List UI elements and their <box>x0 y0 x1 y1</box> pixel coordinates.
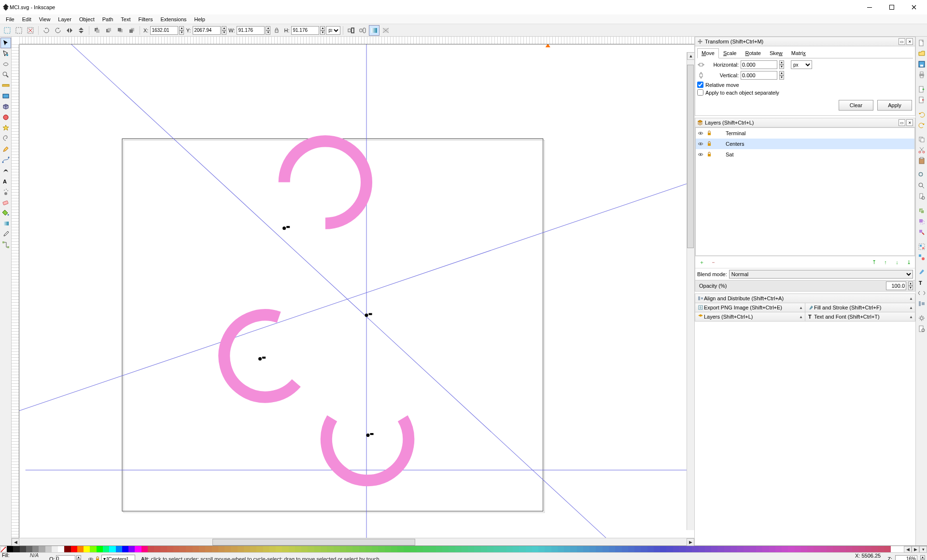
palette-left-icon[interactable]: ◀ <box>904 546 912 553</box>
color-swatch[interactable] <box>801 546 807 552</box>
color-swatch[interactable] <box>775 546 782 552</box>
hscroll-thumb[interactable] <box>212 539 415 546</box>
opacity-input[interactable] <box>886 281 906 290</box>
status-layer-select[interactable]: ▾ [Centers] <box>101 555 135 560</box>
zoom-draw-icon[interactable] <box>916 181 927 191</box>
color-swatch[interactable] <box>858 546 865 552</box>
copy-icon[interactable] <box>916 134 927 145</box>
color-swatch[interactable] <box>423 546 429 552</box>
color-swatch[interactable] <box>551 546 558 552</box>
color-swatch[interactable] <box>583 546 590 552</box>
color-swatch[interactable] <box>103 546 109 552</box>
close-button[interactable] <box>903 0 925 14</box>
unlink-clone-icon[interactable] <box>916 227 927 238</box>
selector-tool-icon[interactable] <box>0 38 11 48</box>
menu-extensions[interactable]: Extensions <box>156 15 190 23</box>
fillstroke-dlg-icon[interactable] <box>916 266 927 277</box>
color-swatch[interactable] <box>717 546 724 552</box>
color-swatch[interactable] <box>327 546 333 552</box>
color-swatch[interactable] <box>225 546 231 552</box>
color-swatch[interactable] <box>519 546 525 552</box>
color-swatch[interactable] <box>90 546 96 552</box>
rotate-cw-icon[interactable] <box>53 25 63 36</box>
save-doc-icon[interactable] <box>916 59 927 70</box>
color-swatch[interactable] <box>686 546 692 552</box>
color-swatch[interactable] <box>455 546 462 552</box>
color-swatch[interactable] <box>372 546 378 552</box>
palette-right-icon[interactable]: ▶ <box>912 546 919 553</box>
layer-down-icon[interactable]: ↓ <box>893 258 901 266</box>
color-swatch[interactable] <box>744 546 750 552</box>
calligraphy-tool-icon[interactable] <box>0 165 11 176</box>
color-swatch[interactable] <box>352 546 359 552</box>
open-doc-icon[interactable] <box>916 48 927 59</box>
layer-row[interactable]: Terminal <box>696 128 914 139</box>
color-swatch[interactable] <box>827 546 833 552</box>
layer-row[interactable]: Sat <box>696 149 914 160</box>
color-swatch[interactable] <box>397 546 404 552</box>
layer-row[interactable]: Centers <box>696 139 914 149</box>
color-swatch[interactable] <box>263 546 269 552</box>
flip-v-icon[interactable] <box>76 25 86 36</box>
close-panel-icon[interactable]: ✕ <box>906 38 913 45</box>
color-swatch[interactable] <box>737 546 743 552</box>
raise-icon[interactable] <box>103 25 114 36</box>
color-swatch[interactable] <box>846 546 852 552</box>
align-collapsed[interactable]: Align and Distribute (Shift+Ctrl+A)▲ <box>695 294 915 303</box>
vscroll-thumb[interactable] <box>687 65 694 248</box>
import-icon[interactable] <box>916 84 927 95</box>
color-swatch[interactable] <box>730 546 737 552</box>
color-swatch[interactable] <box>193 546 199 552</box>
color-swatch[interactable] <box>596 546 602 552</box>
color-swatch[interactable] <box>173 546 180 552</box>
print-icon[interactable] <box>916 70 927 80</box>
color-swatch[interactable] <box>449 546 455 552</box>
gradient-tool-icon[interactable] <box>0 218 11 229</box>
text-tool-icon[interactable]: A <box>0 176 11 186</box>
color-swatch[interactable] <box>250 546 256 552</box>
color-swatch[interactable] <box>20 546 26 552</box>
color-swatch[interactable] <box>97 546 103 552</box>
color-swatch[interactable] <box>570 546 576 552</box>
color-swatch[interactable] <box>820 546 827 552</box>
select-all-layers-icon[interactable] <box>2 25 13 36</box>
color-swatch[interactable] <box>660 546 666 552</box>
color-swatch[interactable] <box>404 546 410 552</box>
color-swatch[interactable] <box>154 546 160 552</box>
color-swatch[interactable] <box>39 546 45 552</box>
eye-icon[interactable] <box>698 141 703 147</box>
color-swatch[interactable] <box>231 546 237 552</box>
connector-tool-icon[interactable] <box>0 239 11 250</box>
color-swatch[interactable] <box>807 546 814 552</box>
layer-lock-icon[interactable] <box>95 556 100 560</box>
lock-icon[interactable] <box>706 152 712 157</box>
color-swatch[interactable] <box>545 546 551 552</box>
menu-filters[interactable]: Filters <box>135 15 157 23</box>
move-pattern-toggle-icon[interactable] <box>380 25 391 36</box>
zoom-input[interactable] <box>895 555 917 560</box>
canvas[interactable]: ▲ <box>19 44 694 538</box>
menu-file[interactable]: File <box>2 15 18 23</box>
blend-select[interactable]: Normal <box>729 270 913 279</box>
eye-icon[interactable] <box>698 130 703 136</box>
color-swatch[interactable] <box>244 546 250 552</box>
tf-h-input[interactable] <box>741 60 777 69</box>
color-swatch[interactable] <box>58 546 64 552</box>
layer-bottom-icon[interactable]: ⤓ <box>904 258 913 266</box>
color-swatch[interactable] <box>558 546 564 552</box>
color-swatch[interactable] <box>391 546 397 552</box>
color-swatch[interactable] <box>833 546 839 552</box>
zoom-spin[interactable]: ▲▼ <box>920 555 925 560</box>
color-swatch[interactable] <box>641 546 647 552</box>
color-swatch[interactable] <box>724 546 730 552</box>
color-swatch[interactable] <box>282 546 288 552</box>
layer-visibility-icon[interactable] <box>88 556 94 560</box>
fill-tool-icon[interactable] <box>0 208 11 218</box>
color-swatch[interactable] <box>308 546 314 552</box>
w-spin[interactable]: ▲▼ <box>266 26 270 35</box>
ellipse-tool-icon[interactable] <box>0 112 11 123</box>
color-palette[interactable]: ◀ ▶ ▾ <box>0 546 927 552</box>
color-swatch[interactable] <box>180 546 186 552</box>
color-swatch[interactable] <box>609 546 615 552</box>
color-swatch[interactable] <box>590 546 596 552</box>
